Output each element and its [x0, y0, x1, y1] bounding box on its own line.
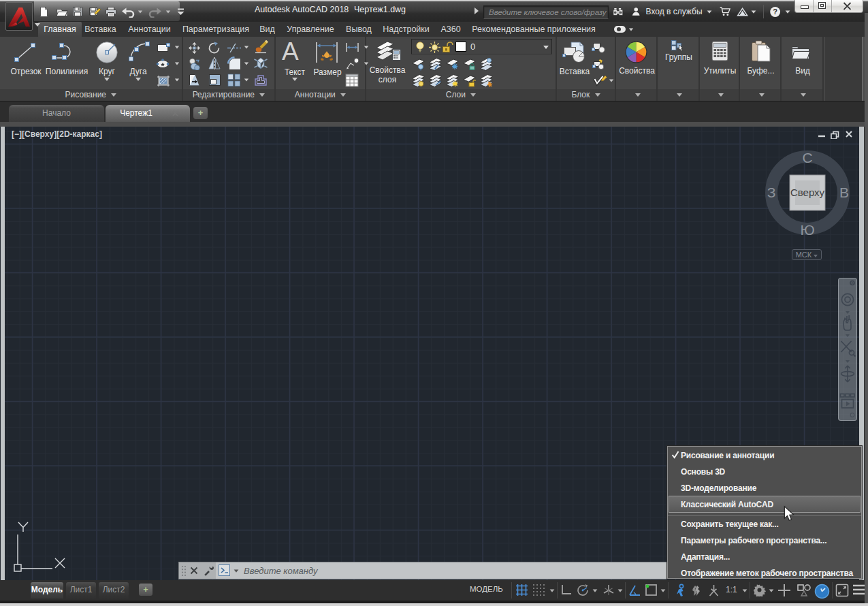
- svg-text:С: С: [802, 150, 812, 165]
- svg-text:?: ?: [773, 7, 777, 16]
- svg-text:В: В: [839, 185, 849, 200]
- svg-text:Ю: Ю: [800, 222, 814, 238]
- svg-text:Сверху: Сверху: [790, 187, 825, 198]
- svg-text:З: З: [767, 185, 776, 200]
